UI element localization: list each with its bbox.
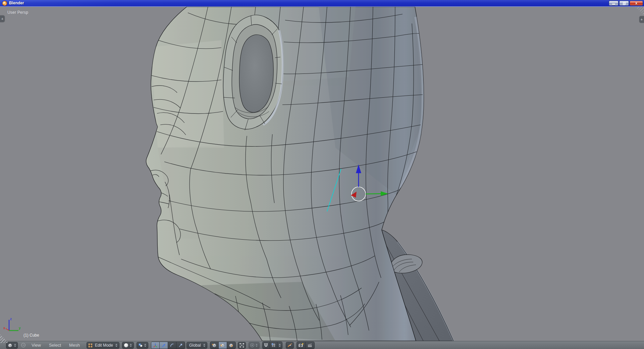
mode-label: Edit Mode bbox=[94, 343, 114, 348]
close-button[interactable]: x bbox=[630, 1, 643, 6]
close-icon: x bbox=[635, 1, 637, 5]
camera-icon bbox=[298, 343, 304, 348]
select-mode-group bbox=[210, 342, 236, 349]
spinner-arrows bbox=[278, 344, 281, 347]
blender-window: Blender x bbox=[0, 0, 644, 349]
pivot-point-selector[interactable] bbox=[137, 342, 148, 349]
spinner-arrows bbox=[129, 344, 132, 347]
toolbar-region-tab[interactable]: + bbox=[0, 15, 5, 22]
gizmo-y-axis bbox=[366, 194, 382, 194]
snap-magnet-icon bbox=[264, 343, 268, 348]
minimize-icon bbox=[612, 4, 615, 5]
menu-select[interactable]: Select bbox=[45, 341, 65, 349]
edge-select-icon bbox=[220, 343, 225, 348]
snap-spinner[interactable] bbox=[277, 342, 282, 349]
edge-select-toggle[interactable] bbox=[219, 342, 227, 349]
scale-handle-icon bbox=[178, 343, 183, 348]
menu-view[interactable]: View bbox=[28, 341, 45, 349]
snap-target-button[interactable] bbox=[286, 342, 294, 349]
proportional-edit-selector[interactable] bbox=[249, 342, 260, 349]
manipulator-axes-icon bbox=[153, 343, 158, 348]
vertex-select-icon bbox=[212, 343, 217, 348]
occlude-geometry-toggle[interactable] bbox=[238, 342, 246, 349]
spinner-arrows bbox=[144, 344, 147, 347]
manipulator-rotate-toggle[interactable] bbox=[168, 342, 176, 349]
spinner-arrows bbox=[115, 344, 118, 347]
3d-view-editor-icon bbox=[7, 343, 13, 348]
transform-orientation-selector[interactable]: Global bbox=[186, 342, 207, 349]
mode-selector[interactable]: Edit Mode bbox=[87, 342, 119, 349]
snap-magnet-toggle[interactable] bbox=[263, 342, 270, 349]
manipulator-translate-toggle[interactable] bbox=[160, 342, 168, 349]
minimize-button[interactable] bbox=[609, 1, 619, 6]
manipulator-scale-toggle[interactable] bbox=[176, 342, 185, 349]
snap-target-icon bbox=[287, 343, 292, 348]
orientation-label: Global bbox=[188, 343, 202, 348]
viewport-canvas bbox=[0, 7, 644, 341]
shading-solid-sphere-icon bbox=[123, 343, 129, 348]
snap-element-selector[interactable] bbox=[270, 342, 277, 349]
ear bbox=[223, 15, 283, 130]
spinner-arrows bbox=[203, 344, 206, 347]
spinner-arrows bbox=[13, 344, 16, 347]
collapse-menus-button[interactable] bbox=[21, 343, 25, 347]
viewport-3d[interactable]: User Persp (1) Cube z y x + + bbox=[0, 7, 644, 341]
opengl-render-still-button[interactable] bbox=[297, 342, 306, 349]
pivot-median-icon bbox=[138, 343, 143, 348]
viewport-shading-selector[interactable] bbox=[122, 342, 134, 349]
viewport-header: View Select Mesh Edit Mode bbox=[0, 341, 644, 349]
translate-arrow-icon bbox=[161, 343, 166, 348]
titlebar-gradient bbox=[0, 0, 644, 6]
opengl-render-anim-button[interactable] bbox=[306, 342, 314, 349]
properties-region-tab[interactable]: + bbox=[639, 16, 644, 23]
window-title: Blender bbox=[9, 1, 24, 5]
manipulator-toggle-group bbox=[151, 342, 185, 349]
window-titlebar[interactable]: Blender x bbox=[0, 0, 644, 7]
axis-mini-widget bbox=[6, 320, 18, 331]
face-select-icon bbox=[228, 343, 234, 348]
face-select-toggle[interactable] bbox=[227, 342, 235, 349]
axis-x-label: x bbox=[3, 326, 5, 330]
opengl-render-group bbox=[297, 342, 315, 349]
proportional-edit-icon bbox=[250, 343, 255, 348]
blender-logo-icon bbox=[2, 1, 7, 6]
edit-mode-icon bbox=[88, 343, 93, 348]
spinner-arrows bbox=[255, 344, 258, 347]
snap-element-icon bbox=[271, 343, 276, 348]
manipulator-axes-toggle[interactable] bbox=[151, 342, 160, 349]
object-info-label: (1) Cube bbox=[23, 333, 39, 338]
axis-y-label: y bbox=[19, 326, 21, 330]
vertex-select-toggle[interactable] bbox=[210, 342, 219, 349]
snap-group bbox=[262, 342, 282, 349]
restore-icon bbox=[623, 2, 626, 5]
view-name-label: User Persp bbox=[7, 10, 28, 15]
axis-z-label: z bbox=[10, 317, 12, 321]
rotate-arc-icon bbox=[170, 343, 174, 348]
clapperboard-icon bbox=[307, 343, 313, 348]
restore-button[interactable] bbox=[619, 1, 629, 6]
menu-mesh[interactable]: Mesh bbox=[65, 341, 84, 349]
occlude-geometry-icon bbox=[239, 343, 245, 348]
